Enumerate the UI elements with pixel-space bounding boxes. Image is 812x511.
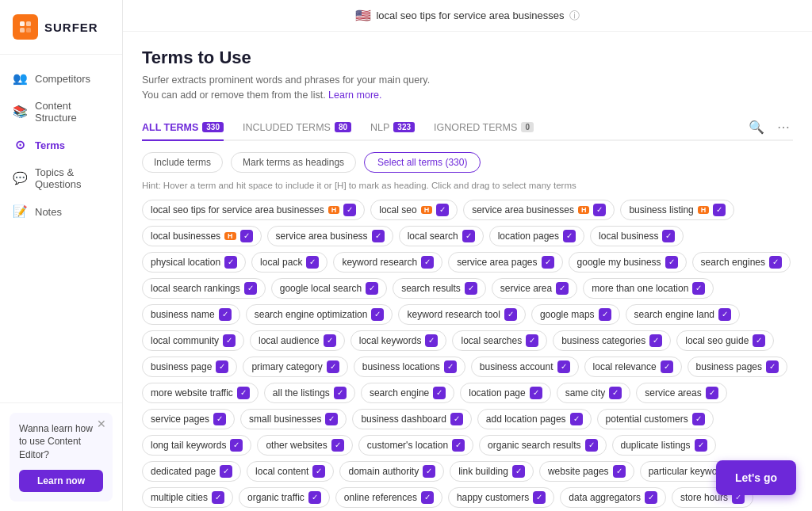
- term-text: small businesses: [249, 414, 321, 425]
- term-chip[interactable]: local pack✓: [251, 252, 327, 273]
- more-options-button[interactable]: ⋯: [774, 116, 793, 138]
- term-chip[interactable]: local content✓: [247, 461, 334, 482]
- sidebar-item-content-structure[interactable]: 📚 Content Structure: [0, 93, 122, 131]
- term-text: same city: [565, 387, 606, 399]
- term-chip[interactable]: google local search✓: [271, 278, 387, 299]
- include-terms-button[interactable]: Include terms: [142, 152, 223, 173]
- term-chip[interactable]: business categories✓: [553, 330, 671, 351]
- tab-all-terms[interactable]: ALL TERMS 330: [142, 116, 224, 141]
- term-chip[interactable]: local seo tips for service area business…: [142, 200, 365, 220]
- term-chip[interactable]: happy customers✓: [448, 487, 554, 508]
- term-chip[interactable]: service area✓: [492, 278, 577, 299]
- term-chip[interactable]: local keywords✓: [350, 330, 447, 351]
- learn-card-close-button[interactable]: ✕: [97, 418, 106, 430]
- term-chip[interactable]: business locations✓: [354, 357, 465, 377]
- term-chip[interactable]: potential customers✓: [597, 409, 714, 429]
- check-icon: ✓: [533, 491, 546, 504]
- h-badge: H: [328, 206, 340, 214]
- term-chip[interactable]: service area businessesH✓: [463, 200, 615, 220]
- term-chip[interactable]: search engine land✓: [626, 304, 740, 325]
- tab-nlp[interactable]: NLP 323: [370, 116, 415, 141]
- term-chip[interactable]: local relevance✓: [584, 357, 682, 377]
- check-icon: ✓: [769, 256, 782, 269]
- term-chip[interactable]: local business✓: [590, 226, 684, 246]
- term-text: service area businesses: [472, 204, 574, 215]
- check-icon: ✓: [718, 308, 731, 321]
- term-chip[interactable]: more website traffic✓: [142, 383, 259, 403]
- term-chip[interactable]: domain authority✓: [339, 461, 444, 482]
- tabs-bar: ALL TERMS 330 INCLUDED TERMS 80 NLP 323 …: [142, 116, 793, 141]
- term-chip[interactable]: local seo guide✓: [676, 330, 774, 351]
- term-text: duplicate listings: [621, 440, 691, 451]
- term-chip[interactable]: all the listings✓: [264, 383, 355, 403]
- term-chip[interactable]: service pages✓: [142, 409, 235, 429]
- term-chip[interactable]: business page✓: [142, 357, 237, 377]
- learn-more-link[interactable]: Learn more.: [328, 90, 381, 101]
- term-chip[interactable]: search engine✓: [361, 383, 454, 403]
- term-chip[interactable]: website pages✓: [539, 461, 634, 482]
- search-button[interactable]: 🔍: [745, 116, 768, 138]
- learn-now-button[interactable]: Learn now: [19, 470, 103, 492]
- term-chip[interactable]: business pages✓: [688, 357, 787, 377]
- term-chip[interactable]: physical location✓: [142, 252, 246, 273]
- term-text: service areas: [645, 387, 701, 399]
- tab-included-terms[interactable]: INCLUDED TERMS 80: [243, 116, 351, 141]
- term-chip[interactable]: small businesses✓: [240, 409, 347, 429]
- term-chip[interactable]: keyword research✓: [333, 252, 442, 273]
- term-chip[interactable]: other websites✓: [257, 435, 352, 456]
- select-all-button[interactable]: Select all terms (330): [364, 152, 481, 173]
- term-chip[interactable]: link building✓: [450, 461, 534, 482]
- check-icon: ✓: [324, 334, 336, 347]
- term-chip[interactable]: location pages✓: [489, 226, 584, 246]
- term-chip[interactable]: google maps✓: [531, 304, 620, 325]
- mark-headings-button[interactable]: Mark terms as headings: [231, 152, 356, 173]
- info-icon[interactable]: ⓘ: [569, 9, 580, 23]
- term-chip[interactable]: business dashboard✓: [352, 409, 471, 429]
- term-chip[interactable]: dedicated page✓: [142, 461, 241, 482]
- term-chip[interactable]: service area business✓: [267, 226, 393, 246]
- term-chip[interactable]: long tail keywords✓: [142, 435, 251, 456]
- sidebar-item-notes[interactable]: 📝 Notes: [0, 197, 122, 226]
- term-chip[interactable]: duplicate listings✓: [612, 435, 716, 456]
- term-chip[interactable]: local search rankings✓: [142, 278, 266, 299]
- term-chip[interactable]: business account✓: [471, 357, 579, 377]
- term-chip[interactable]: add location pages✓: [477, 409, 592, 429]
- term-chip[interactable]: keyword research tool✓: [398, 304, 525, 325]
- term-chip[interactable]: organic traffic✓: [239, 487, 330, 508]
- term-chip[interactable]: service area pages✓: [448, 252, 562, 273]
- term-chip[interactable]: same city✓: [557, 383, 631, 403]
- term-chip[interactable]: local businessesH✓: [142, 226, 262, 246]
- check-icon: ✓: [223, 334, 236, 347]
- term-chip[interactable]: online references✓: [335, 487, 442, 508]
- tab-ignored-terms[interactable]: IGNORED TERMS 0: [434, 116, 534, 141]
- term-chip[interactable]: search engine optimization✓: [246, 304, 393, 325]
- term-chip[interactable]: local audience✓: [250, 330, 345, 351]
- term-chip[interactable]: local seoH✓: [370, 200, 458, 220]
- term-text: customer's location: [367, 440, 448, 451]
- term-chip[interactable]: search results✓: [393, 278, 486, 299]
- term-chip[interactable]: business name✓: [142, 304, 240, 325]
- term-chip[interactable]: google my business✓: [569, 252, 687, 273]
- sidebar-item-terms[interactable]: ⊙ Terms: [0, 131, 122, 159]
- sidebar-item-competitors[interactable]: 👥 Competitors: [0, 64, 122, 93]
- term-chip[interactable]: data aggregators✓: [560, 487, 666, 508]
- term-chip[interactable]: customer's location✓: [358, 435, 473, 456]
- check-icon: ✓: [526, 334, 538, 347]
- term-chip[interactable]: business listingH✓: [620, 200, 734, 220]
- term-chip[interactable]: search engines✓: [692, 252, 791, 273]
- term-chip[interactable]: primary category✓: [243, 357, 347, 377]
- term-chip[interactable]: more than one location✓: [583, 278, 714, 299]
- term-chip[interactable]: service areas✓: [636, 383, 726, 403]
- term-chip[interactable]: local searches✓: [452, 330, 547, 351]
- term-chip[interactable]: local search✓: [399, 226, 484, 246]
- term-chip[interactable]: organic search results✓: [479, 435, 606, 456]
- check-icon: ✓: [556, 282, 569, 295]
- sidebar-item-topics-questions[interactable]: 💬 Topics & Questions: [0, 159, 122, 197]
- term-text: local keywords: [359, 335, 422, 346]
- term-chip[interactable]: multiple cities✓: [142, 487, 233, 508]
- check-icon: ✓: [613, 465, 626, 478]
- term-chip[interactable]: local community✓: [142, 330, 244, 351]
- lets-go-button[interactable]: Let's go: [716, 460, 796, 495]
- term-chip[interactable]: location page✓: [460, 383, 550, 403]
- check-icon: ✓: [753, 334, 765, 347]
